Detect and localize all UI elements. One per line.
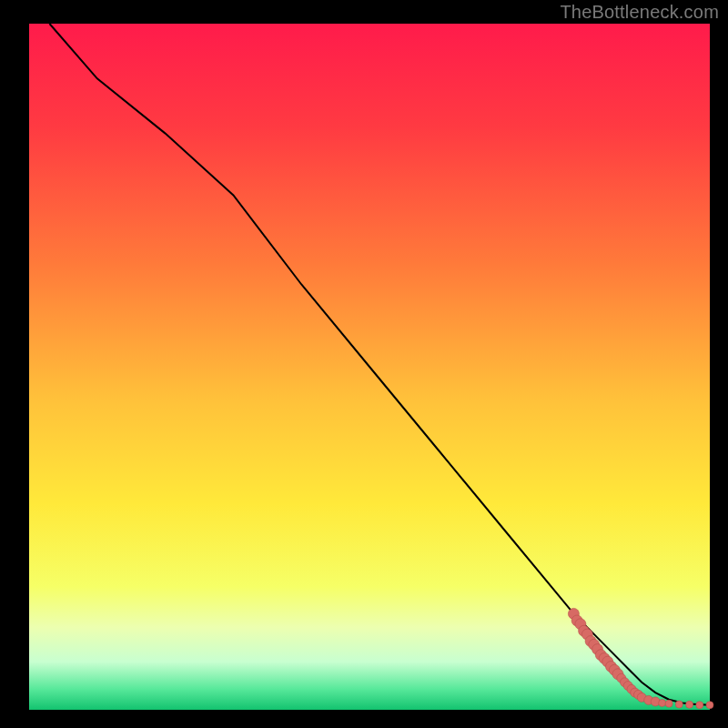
data-point: [686, 701, 693, 708]
data-point: [696, 702, 703, 709]
data-point: [665, 700, 672, 707]
chart-container: TheBottleneck.com: [0, 0, 728, 728]
data-point: [706, 702, 713, 709]
watermark-text: TheBottleneck.com: [560, 2, 719, 23]
bottleneck-chart: [0, 0, 728, 728]
data-point: [659, 700, 666, 707]
data-point: [675, 701, 682, 708]
